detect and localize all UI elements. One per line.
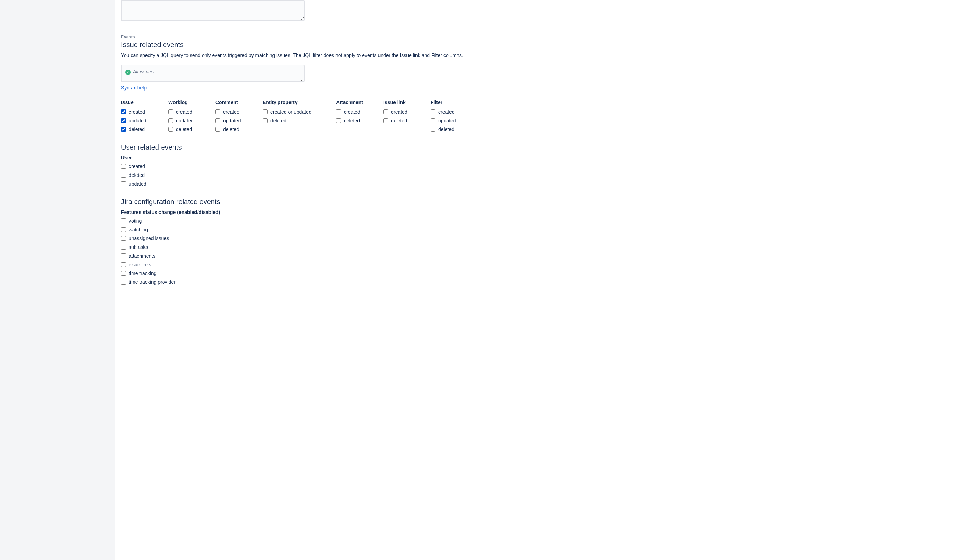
column-entity-property: Entity propertycreated or updateddeleted — [263, 99, 336, 134]
checkbox-comment-deleted[interactable] — [215, 127, 220, 132]
sidebar — [0, 0, 115, 560]
checkbox-label[interactable]: deleted — [176, 126, 192, 133]
checkbox-row-issue-1: updated — [121, 116, 165, 125]
column-header-issue: Issue — [121, 99, 165, 106]
checkbox-label[interactable]: created — [223, 108, 240, 115]
checkbox-label[interactable]: deleted — [344, 117, 360, 124]
checkbox-label[interactable]: deleted — [438, 126, 454, 133]
checkbox-row-feature-3: subtasks — [121, 242, 966, 251]
checkbox-row-feature-6: time tracking — [121, 269, 966, 278]
checkbox-row-issue-link-1: deleted — [383, 116, 427, 125]
checkbox-filter-created[interactable] — [430, 110, 435, 114]
checkbox-row-feature-7: time tracking provider — [121, 278, 966, 286]
checkbox-row-issue-link-0: created — [383, 107, 427, 116]
checkbox-label[interactable]: updated — [438, 117, 456, 124]
checkbox-issue-link-created[interactable] — [383, 110, 388, 114]
column-worklog: Worklogcreatedupdateddeleted — [168, 99, 215, 134]
checkbox-row-feature-2: unassigned issues — [121, 234, 966, 242]
column-header-comment: Comment — [215, 99, 259, 106]
checkbox-issue-created[interactable] — [121, 110, 126, 114]
checkbox-label[interactable]: created — [129, 163, 145, 170]
checkbox-row-user-1: deleted — [121, 170, 966, 179]
checkbox-row-user-0: created — [121, 162, 966, 170]
checkbox-row-feature-1: watching — [121, 225, 966, 234]
jira-config-heading: Jira configuration related events — [121, 198, 966, 206]
column-attachment: Attachmentcreateddeleted — [336, 99, 383, 134]
checkbox-worklog-created[interactable] — [168, 110, 173, 114]
checkbox-entity-property-created-or-updated[interactable] — [263, 110, 268, 114]
checkbox-row-feature-4: attachments — [121, 251, 966, 260]
checkbox-row-filter-1: updated — [430, 116, 474, 125]
checkbox-label[interactable]: updated — [129, 117, 146, 124]
user-events-heading: User related events — [121, 143, 966, 151]
checkbox-entity-property-deleted[interactable] — [263, 118, 268, 123]
checkbox-label[interactable]: time tracking — [129, 270, 156, 277]
top-textarea[interactable] — [121, 0, 305, 21]
checkbox-row-feature-0: voting — [121, 216, 966, 225]
checkbox-feature-watching[interactable] — [121, 227, 126, 232]
checkbox-label[interactable]: issue links — [129, 261, 151, 268]
checkbox-label[interactable]: updated — [129, 180, 146, 187]
checkbox-feature-issue-links[interactable] — [121, 262, 126, 267]
checkbox-comment-created[interactable] — [215, 110, 220, 114]
checkbox-row-entity-property-1: deleted — [263, 116, 333, 125]
checkbox-user-created[interactable] — [121, 164, 126, 169]
column-header-filter: Filter — [430, 99, 474, 106]
checkbox-label[interactable]: deleted — [391, 117, 407, 124]
checkbox-label[interactable]: unassigned issues — [129, 235, 169, 242]
checkbox-feature-voting[interactable] — [121, 218, 126, 223]
checkbox-row-entity-property-0: created or updated — [263, 107, 333, 116]
issue-events-description: You can specify a JQL query to send only… — [121, 52, 966, 59]
column-header-entity-property: Entity property — [263, 99, 333, 106]
checkbox-attachment-created[interactable] — [336, 110, 341, 114]
checkbox-label[interactable]: deleted — [129, 126, 145, 133]
checkbox-row-comment-2: deleted — [215, 125, 259, 134]
checkbox-label[interactable]: watching — [129, 226, 148, 233]
checkbox-feature-time-tracking[interactable] — [121, 271, 126, 276]
checkbox-label[interactable]: deleted — [223, 126, 239, 133]
features-group-header: Features status change (enabled/disabled… — [121, 210, 966, 215]
checkbox-user-updated[interactable] — [121, 182, 126, 186]
checkbox-label[interactable]: updated — [223, 117, 241, 124]
checkbox-issue-deleted[interactable] — [121, 127, 126, 132]
checkbox-label[interactable]: created — [129, 108, 145, 115]
column-header-worklog: Worklog — [168, 99, 212, 106]
checkbox-row-user-2: updated — [121, 179, 966, 188]
checkbox-feature-subtasks[interactable] — [121, 245, 126, 250]
checkbox-label[interactable]: created — [391, 108, 407, 115]
checkbox-row-issue-2: deleted — [121, 125, 165, 134]
checkbox-feature-unassigned-issues[interactable] — [121, 236, 126, 241]
checkbox-label[interactable]: subtasks — [129, 244, 148, 251]
checkbox-row-filter-2: deleted — [430, 125, 474, 134]
checkbox-label[interactable]: created — [438, 108, 455, 115]
checkbox-filter-deleted[interactable] — [430, 127, 435, 132]
syntax-help-link[interactable]: Syntax help — [121, 85, 146, 90]
checkbox-label[interactable]: attachments — [129, 252, 155, 259]
jql-placeholder: All issues — [133, 69, 154, 74]
checkbox-label[interactable]: updated — [176, 117, 194, 124]
checkbox-feature-time-tracking-provider[interactable] — [121, 280, 126, 285]
checkbox-comment-updated[interactable] — [215, 118, 220, 123]
checkbox-issue-updated[interactable] — [121, 118, 126, 123]
checkbox-row-attachment-0: created — [336, 107, 380, 116]
checkbox-label[interactable]: deleted — [129, 172, 145, 178]
checkbox-label[interactable]: deleted — [270, 117, 286, 124]
checkbox-label[interactable]: created — [344, 108, 360, 115]
checkbox-row-comment-1: updated — [215, 116, 259, 125]
checkbox-filter-updated[interactable] — [430, 118, 435, 123]
checkbox-user-deleted[interactable] — [121, 173, 126, 178]
checkbox-attachment-deleted[interactable] — [336, 118, 341, 123]
column-header-issue-link: Issue link — [383, 99, 427, 106]
checkbox-issue-link-deleted[interactable] — [383, 118, 388, 123]
checkbox-worklog-updated[interactable] — [168, 118, 173, 123]
main-content: Events Issue related events You can spec… — [115, 0, 966, 560]
checkbox-label[interactable]: created or updated — [270, 108, 312, 115]
checkbox-label[interactable]: voting — [129, 218, 142, 224]
checkbox-label[interactable]: created — [176, 108, 192, 115]
checkbox-feature-attachments[interactable] — [121, 254, 126, 258]
checkbox-worklog-deleted[interactable] — [168, 127, 173, 132]
jql-input[interactable]: All issues — [121, 65, 305, 82]
checkbox-row-attachment-1: deleted — [336, 116, 380, 125]
checkbox-row-worklog-1: updated — [168, 116, 212, 125]
checkbox-label[interactable]: time tracking provider — [129, 278, 176, 286]
